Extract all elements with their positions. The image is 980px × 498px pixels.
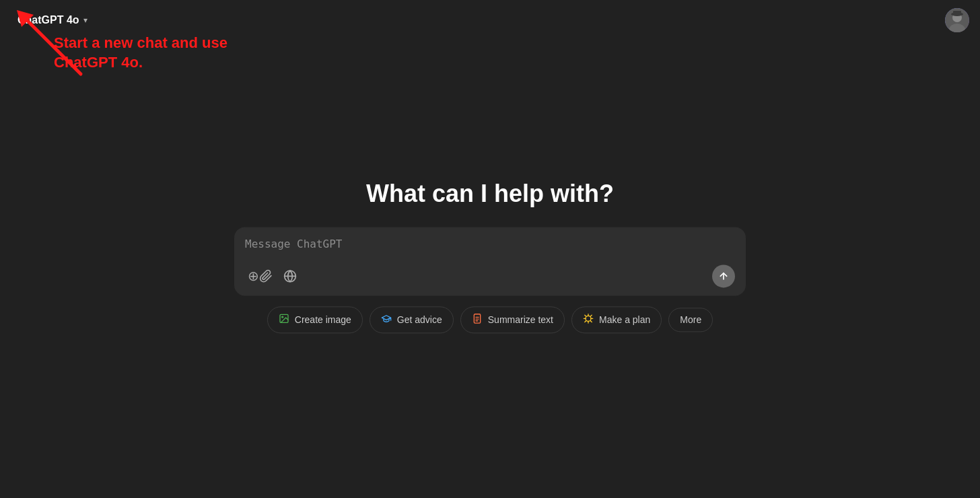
globe-button[interactable]: [281, 266, 300, 285]
main-heading: What can I help with?: [366, 180, 614, 208]
send-icon: [718, 271, 729, 281]
get-advice-icon: [381, 313, 392, 326]
get-advice-label: Get advice: [397, 314, 442, 325]
make-a-plan-icon: [583, 313, 594, 326]
more-button[interactable]: More: [668, 308, 713, 332]
input-container: ⊕: [234, 227, 746, 295]
svg-rect-4: [953, 11, 961, 15]
summarize-text-button[interactable]: Summarize text: [460, 306, 565, 333]
create-image-label: Create image: [295, 314, 351, 325]
main-content: What can I help with? ⊕: [234, 180, 746, 333]
make-a-plan-button[interactable]: Make a plan: [571, 306, 662, 333]
globe-icon: [283, 269, 297, 283]
svg-line-23: [590, 315, 592, 316]
get-advice-button[interactable]: Get advice: [370, 306, 454, 333]
input-toolbar: ⊕: [245, 264, 735, 287]
quick-actions: Create image Get advice Summarize te: [267, 306, 713, 333]
annotation-container: Start a new chat and use ChatGPT 4o.: [54, 34, 242, 72]
input-icons: ⊕: [245, 265, 300, 287]
svg-line-18: [585, 315, 586, 316]
create-image-icon: [279, 313, 289, 326]
svg-line-22: [585, 321, 586, 322]
svg-line-5: [24, 17, 81, 74]
attach-button[interactable]: ⊕: [245, 265, 275, 287]
summarize-text-label: Summarize text: [488, 314, 553, 325]
svg-point-11: [281, 316, 283, 318]
message-input[interactable]: [245, 238, 735, 256]
send-button[interactable]: [712, 264, 735, 287]
create-image-button[interactable]: Create image: [267, 306, 363, 333]
annotation-arrow: [7, 0, 88, 81]
svg-line-19: [590, 321, 592, 322]
more-label: More: [680, 314, 701, 325]
avatar[interactable]: [945, 8, 969, 32]
attach-icon: [259, 269, 273, 283]
paperclip-icon: ⊕: [248, 268, 259, 284]
make-a-plan-label: Make a plan: [599, 314, 650, 325]
summarize-text-icon: [472, 313, 483, 326]
avatar-image: [945, 8, 969, 32]
